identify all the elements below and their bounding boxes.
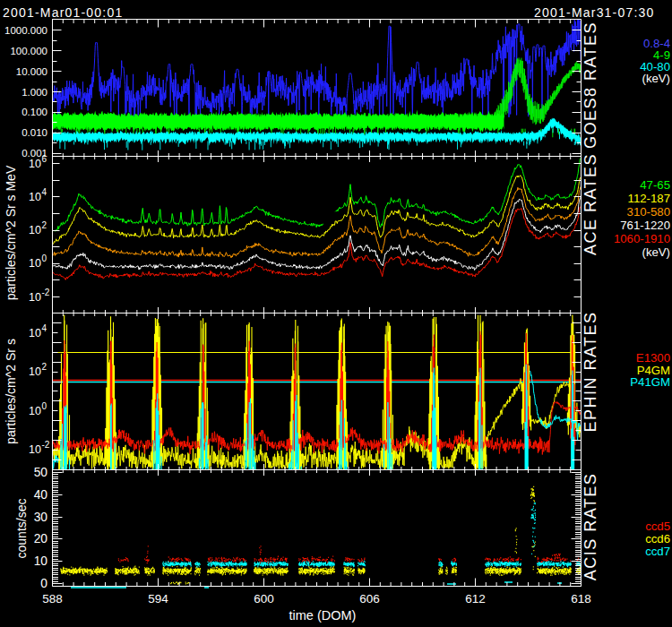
svg-text:612: 612 [465,592,486,606]
svg-text:-2: -2 [42,440,50,450]
svg-text:counts/sec: counts/sec [14,499,29,559]
svg-text:0.100: 0.100 [22,107,47,117]
svg-text:10: 10 [29,443,41,456]
svg-text:1.000: 1.000 [22,87,47,98]
svg-text:588: 588 [42,592,63,606]
svg-text:0: 0 [40,577,47,590]
svg-text:112-187: 112-187 [628,192,670,205]
svg-text:ccd5: ccd5 [645,520,670,533]
svg-text:30: 30 [34,511,48,524]
svg-text:606: 606 [359,592,380,606]
svg-text:(keV): (keV) [642,245,670,259]
svg-text:-2: -2 [42,288,50,297]
svg-text:10.000: 10.000 [16,66,47,77]
svg-text:GOES8 RATES: GOES8 RATES [582,21,599,149]
svg-text:(keV): (keV) [642,72,670,85]
svg-text:0.010: 0.010 [22,127,47,138]
svg-text:ccd7: ccd7 [645,545,670,558]
svg-text:2001-Mar31-07:30: 2001-Mar31-07:30 [534,5,654,20]
svg-text:2001-Mar01-00:01: 2001-Mar01-00:01 [3,5,123,20]
svg-text:100.000: 100.000 [10,46,47,56]
svg-text:0: 0 [42,401,47,411]
svg-text:10: 10 [29,257,41,270]
svg-text:ccd6: ccd6 [645,532,670,545]
svg-text:4: 4 [42,323,47,333]
svg-text:1060-1910: 1060-1910 [614,232,670,245]
svg-text:47-65: 47-65 [640,178,670,192]
svg-text:20: 20 [34,532,48,545]
svg-text:10: 10 [29,224,41,236]
svg-text:particles/cm^2 Sr s MeV: particles/cm^2 Sr s MeV [4,165,18,300]
svg-text:40: 40 [34,488,48,502]
svg-text:10: 10 [29,158,41,170]
svg-text:P41GM: P41GM [630,375,670,389]
svg-text:600: 600 [254,592,274,606]
svg-text:0: 0 [42,253,47,263]
svg-text:10: 10 [29,327,41,339]
svg-text:ACIS RATES: ACIS RATES [582,473,599,581]
svg-text:2: 2 [42,362,47,372]
svg-text:time (DOM): time (DOM) [289,608,357,623]
svg-text:594: 594 [148,592,168,606]
svg-text:10: 10 [34,554,48,568]
svg-text:ACE RATES: ACE RATES [582,153,599,255]
svg-text:6: 6 [42,154,47,164]
svg-text:2: 2 [42,220,47,230]
svg-text:4: 4 [42,187,47,197]
svg-text:618: 618 [571,592,591,606]
svg-text:10: 10 [29,405,41,417]
svg-text:particles/cm^2 Sr s: particles/cm^2 Sr s [4,339,18,444]
svg-text:761-1220: 761-1220 [620,219,670,232]
svg-text:1000.000: 1000.000 [4,25,47,36]
svg-text:10: 10 [29,191,41,203]
svg-text:10: 10 [29,365,41,378]
svg-text:10: 10 [29,291,41,304]
svg-text:310-580: 310-580 [627,205,670,219]
svg-text:50: 50 [34,466,48,479]
svg-text:EPHIN RATES: EPHIN RATES [582,311,599,432]
